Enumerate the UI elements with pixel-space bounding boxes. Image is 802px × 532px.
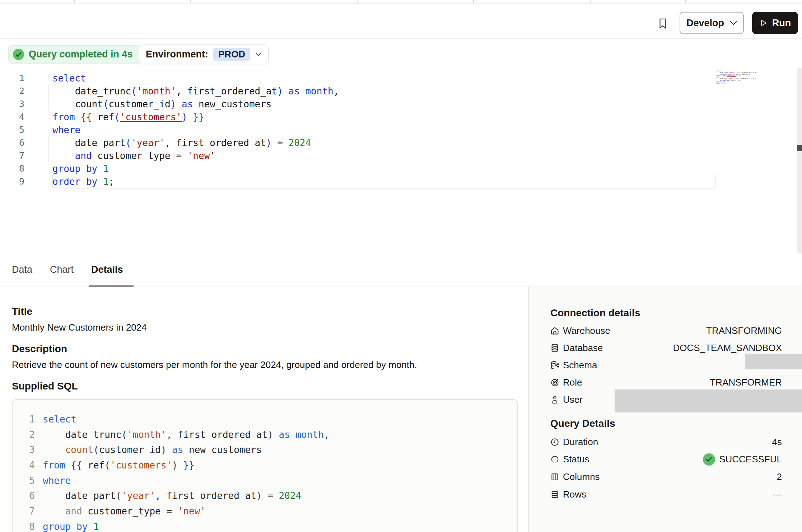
row-label: Database	[563, 342, 603, 354]
duration-icon	[550, 437, 560, 447]
connection-row-user: User	[550, 393, 782, 406]
line-number: 5	[19, 473, 35, 489]
description-value: Retrieve the count of new customers per …	[12, 358, 417, 371]
environment-label: Environment:	[146, 49, 208, 60]
chevron-down-icon	[255, 52, 262, 56]
row-label: Warehouse	[563, 325, 610, 336]
indent-guide	[48, 136, 49, 162]
query-status-text: Query completed in 4s	[29, 49, 133, 60]
status-icon	[550, 454, 560, 464]
query-details-heading: Query Details	[550, 417, 615, 430]
query-status-pill: Query completed in 4s	[8, 45, 140, 64]
sql-editor[interactable]: 123456789 select date_trunc('month', fir…	[0, 68, 797, 252]
query-row-status: StatusSUCCESSFUL	[550, 453, 782, 466]
editor-code-line: from {{ ref('customers') }}	[52, 111, 339, 123]
run-button[interactable]: Run	[752, 12, 798, 34]
tab-separator	[357, 0, 358, 3]
line-number: 8	[19, 519, 35, 532]
columns-icon	[550, 472, 560, 482]
tab-chart[interactable]: Chart	[50, 264, 74, 275]
develop-menu-button[interactable]: Develop	[680, 12, 744, 34]
row-label: Status	[563, 454, 589, 465]
editor-code-line: select	[52, 72, 339, 85]
line-number: 7	[19, 504, 35, 519]
connection-row-schema: Schema	[550, 359, 782, 372]
toolbar: Develop Run	[0, 4, 802, 39]
row-value: 4s	[772, 437, 782, 448]
tab-separator	[685, 0, 686, 3]
line-number: 2	[7, 85, 24, 98]
editor-code-line: count(customer_id) as new_customers	[52, 98, 339, 111]
line-number: 9	[7, 175, 24, 188]
description-heading: Description	[12, 342, 67, 355]
line-number: 2	[19, 427, 35, 443]
user-icon	[550, 395, 560, 405]
indent-guide	[48, 85, 49, 111]
row-value: TRANSFORMER	[710, 377, 782, 388]
scrollbar-thumb[interactable]	[797, 145, 802, 151]
row-label: Columns	[563, 471, 600, 482]
app-window: Develop Run Query completed in 4s Enviro…	[0, 0, 802, 532]
schema-redacted-value	[745, 354, 802, 369]
editor-minimap[interactable]: select date_trunc('month', first_ordered…	[716, 70, 756, 88]
results-tabbar: DataChartDetails	[0, 253, 802, 286]
editor-code-line: date_part('year', first_ordered_at) = 20…	[52, 136, 339, 149]
bookmark-icon	[657, 17, 668, 30]
supplied-sql-line: date_part('year', first_ordered_at) = 20…	[43, 488, 329, 504]
supplied-sql-block: 123456789 select date_trunc('month', fir…	[12, 399, 518, 532]
row-value: 2	[777, 471, 782, 482]
warehouse-icon	[550, 326, 560, 336]
role-icon	[550, 378, 560, 387]
tab-data[interactable]: Data	[12, 264, 32, 275]
tab-separator	[190, 0, 191, 3]
section-divider	[0, 252, 802, 252]
tab-separator	[590, 0, 591, 3]
row-label: Duration	[563, 437, 598, 448]
line-number: 1	[7, 72, 24, 85]
row-value: TRANSFORMING	[706, 325, 782, 336]
query-row-rows: Rows---	[550, 488, 782, 501]
rows-icon	[550, 490, 560, 499]
title-heading: Title	[12, 305, 32, 318]
connection-details-heading: Connection details	[550, 307, 640, 319]
supplied-sql-heading: Supplied SQL	[12, 380, 78, 393]
editor-code-line: group by 1	[52, 162, 339, 175]
supplied-sql-line: and customer_type = 'new'	[43, 504, 329, 519]
environment-value-badge: PROD	[213, 48, 250, 61]
supplied-sql-line: from {{ ref('customers') }}	[43, 458, 329, 473]
chevron-down-icon	[730, 21, 737, 25]
line-number: 7	[7, 149, 24, 162]
line-number: 5	[7, 123, 24, 136]
line-number: 4	[7, 111, 24, 123]
bookmark-button[interactable]	[654, 14, 671, 33]
editor-code-line: and customer_type = 'new'	[52, 149, 339, 162]
active-line-highlight	[52, 175, 715, 188]
row-label: User	[563, 394, 583, 405]
editor-code: select date_trunc('month', first_ordered…	[52, 72, 339, 188]
supplied-sql-line-numbers: 123456789	[19, 412, 35, 532]
tab-details[interactable]: Details	[91, 264, 123, 275]
supplied-sql-line: count(customer_id) as new_customers	[43, 442, 329, 458]
play-icon	[759, 19, 768, 27]
editor-code-line: order by 1;	[716, 83, 756, 84]
database-icon	[550, 343, 560, 353]
environment-dropdown[interactable]: Environment: PROD	[139, 45, 269, 64]
row-value: ---	[773, 489, 782, 500]
query-row-columns: Columns2	[550, 470, 782, 483]
row-label: Rows	[563, 489, 586, 500]
line-number: 6	[7, 136, 24, 149]
line-number: 1	[19, 412, 35, 427]
editor-code-line: where	[52, 123, 339, 136]
editor-code-line: date_trunc('month', first_ordered_at) as…	[52, 85, 339, 98]
row-value: SUCCESSFUL	[703, 453, 782, 466]
row-value: DOCS_TEAM_SANDBOX	[673, 342, 782, 354]
title-value: Monthly New Customers in 2024	[12, 321, 147, 334]
success-check-icon	[703, 453, 715, 466]
line-number: 8	[7, 162, 24, 175]
develop-menu-label: Develop	[686, 18, 724, 29]
query-row-duration: Duration4s	[550, 435, 782, 448]
connection-row-database: DatabaseDOCS_TEAM_SANDBOX	[550, 341, 782, 354]
run-button-label: Run	[772, 18, 791, 29]
check-circle-icon	[13, 49, 24, 60]
tab-separator	[74, 0, 75, 3]
